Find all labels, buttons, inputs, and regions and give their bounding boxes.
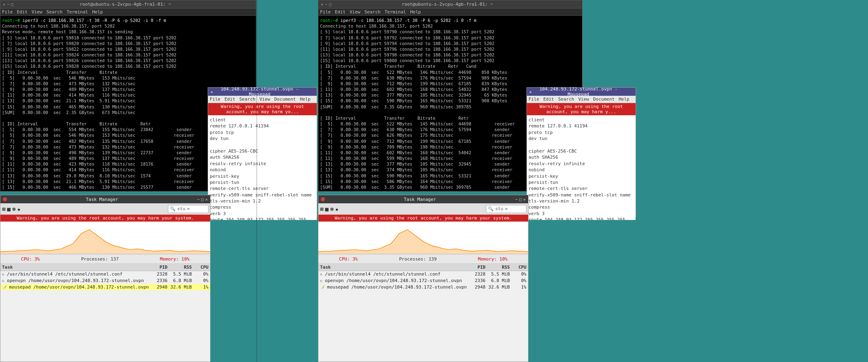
mp-menu-edit-l[interactable]: Edit	[225, 97, 236, 102]
menu-search-r[interactable]: Search	[365, 9, 381, 15]
table-row[interactable]: ⚙ /usr/bin/stunnel4 /etc/stunnel/stunnel…	[318, 271, 528, 278]
col-header-cpu-r: CPU	[512, 265, 526, 270]
mousepad-right[interactable]: ✕ 104.248.93.172-stunnel.ovpn - Mousepad…	[526, 87, 636, 217]
taskman-right[interactable]: Task Manager − □ ✕ ⊞ ▦ ⊕ ★ 🔍 stu ✕ Warni…	[318, 195, 529, 362]
minimize-icon-tm-r[interactable]: −	[515, 197, 518, 202]
taskman-left-search[interactable]: 🔍 stu ✕	[168, 205, 208, 213]
menu-file[interactable]: File	[2, 9, 13, 15]
win-controls-right[interactable]: ✕ − □	[321, 2, 331, 6]
maximize-icon-tm-l[interactable]: □	[201, 197, 204, 202]
taskman-left-statusbar: CPU: 3% Processes: 137 Memory: 10%	[0, 254, 210, 264]
mp-menu-help-l[interactable]: Help	[300, 97, 311, 102]
col-header-cpu-l: CPU	[194, 265, 208, 270]
close-icon[interactable]: ✕	[3, 2, 5, 6]
table-row[interactable]: 📝 mousepad /home/usor/ovpn/104.248.93.17…	[318, 284, 528, 291]
close-icon-tm-l[interactable]: ✕	[205, 197, 208, 202]
table-row[interactable]: ⚙ openvpn /home/usor/ovpn/104.248.93.172…	[318, 278, 528, 284]
mousepad-left[interactable]: ✕ 104.248.93.172-stunnel.ovpn - Mousepad…	[208, 87, 317, 217]
table-row[interactable]: ⚙ /usr/bin/stunnel4 /etc/stunnel/stunnel…	[0, 271, 210, 278]
menu-view-r[interactable]: View	[350, 9, 361, 15]
task-cpu-l-0: 0%	[194, 272, 208, 277]
clear-search-r[interactable]: ✕	[505, 206, 508, 211]
win-controls-left[interactable]: ✕ − □	[3, 2, 13, 6]
mp-menu-search-r[interactable]: Search	[558, 97, 574, 102]
terminal-right-menubar: File Edit View Search Terminal Help	[318, 9, 582, 16]
mp-menu-help-r[interactable]: Help	[619, 97, 630, 102]
menu-terminal-r[interactable]: Terminal	[385, 9, 406, 15]
maximize-icon-tm-r[interactable]: □	[519, 197, 522, 202]
mousepad-left-warning: Warning, you are using the root account,…	[208, 103, 317, 115]
col-header-task-r: Task	[320, 265, 470, 270]
minimize-icon[interactable]: −	[7, 2, 9, 6]
tm-icon-2-r[interactable]: ▦	[325, 206, 328, 212]
tm-icon-4-r[interactable]: ★	[335, 206, 338, 212]
tm-icon-2-l[interactable]: ▦	[7, 206, 10, 212]
search-icon-r: 🔍	[488, 206, 494, 211]
task-rss-l-2: 32.6 MiB	[170, 284, 194, 290]
tm-icon-1-r[interactable]: ⊞	[320, 206, 323, 212]
terminal-left-titlebar: ✕ − □ root@ubuntu-s-2vcpu-4gb-fra1-01: ~	[0, 0, 256, 9]
menu-terminal[interactable]: Terminal	[67, 9, 88, 15]
minimize-icon-tm-l[interactable]: −	[197, 197, 200, 202]
taskman-right-search[interactable]: 🔍 stu ✕	[486, 205, 526, 213]
task-pid-r-0: 2328	[470, 272, 488, 277]
menu-view[interactable]: View	[32, 9, 43, 15]
close-icon-r[interactable]: ✕	[321, 2, 323, 6]
menu-help[interactable]: Help	[92, 9, 103, 15]
mp-menu-document-r[interactable]: Document	[593, 97, 614, 102]
table-row[interactable]: ⚙ openvpn /home/usor/ovpn/104.248.93.172…	[0, 278, 210, 284]
mousepad-right-titlebar: ✕ 104.248.93.172-stunnel.ovpn - Mousepad	[527, 88, 636, 96]
terminal-right-title: root@ubuntu-s-2vcpu-4gb-fra1-01: ~	[331, 2, 563, 7]
search-value-r[interactable]: stu	[495, 206, 503, 211]
task-name-l-1: ⚙ openvpn /home/usor/ovpn/104.248.93.172…	[2, 278, 152, 283]
mousepad-left-menubar: File Edit Search View Document Help	[208, 96, 317, 103]
tm-icon-3-r[interactable]: ⊕	[330, 206, 333, 212]
terminal-right-titlebar: ✕ − □ root@ubuntu-s-2vcpu-4gb-fra1-01: ~	[318, 0, 582, 9]
cpu-status-right: CPU: 3%	[339, 256, 358, 262]
task-name-r-2: 📝 mousepad /home/usor/ovpn/104.248.93.17…	[320, 284, 470, 290]
task-name-l-0: ⚙ /usr/bin/stunnel4 /etc/stunnel/stunnel…	[2, 272, 152, 277]
mp-menu-file-r[interactable]: File	[529, 97, 539, 102]
tm-icon-1-l[interactable]: ⊞	[2, 206, 5, 212]
mp-menu-document-l[interactable]: Document	[274, 97, 296, 102]
col-header-rss-l: RSS	[170, 265, 194, 270]
task-rss-r-0: 5.5 MiB	[488, 272, 512, 277]
task-cpu-l-2: 1%	[194, 284, 208, 290]
menu-search[interactable]: Search	[47, 9, 63, 15]
table-row[interactable]: 📝 mousepad /home/usor/ovpn/104.248.93.17…	[0, 284, 210, 291]
mousepad-right-title: 104.248.93.172-stunnel.ovpn - Mousepad	[532, 86, 625, 97]
taskman-left-toolbar: ⊞ ▦ ⊕ ★ 🔍 stu ✕	[0, 203, 210, 215]
task-pid-l-0: 2328	[152, 272, 170, 277]
search-value-l[interactable]: stu	[177, 206, 185, 211]
processes-status-left: Processes: 137	[81, 256, 119, 262]
taskman-win-controls-left[interactable]: − □ ✕	[197, 197, 208, 202]
taskman-right-table-header: Task PID RSS CPU	[318, 264, 528, 271]
mousepad-right-menubar: File Edit Search View Document Help	[527, 96, 636, 103]
menu-file-r[interactable]: File	[320, 9, 331, 15]
taskman-left-titlebar: Task Manager − □ ✕	[0, 195, 210, 203]
terminal-left-menubar: File Edit View Search Terminal Help	[0, 9, 256, 16]
minimize-icon-r[interactable]: −	[325, 2, 327, 6]
mp-menu-view-r[interactable]: View	[578, 97, 589, 102]
task-name-r-0: ⚙ /usr/bin/stunnel4 /etc/stunnel/stunnel…	[320, 272, 470, 277]
mp-menu-view-l[interactable]: View	[260, 97, 271, 102]
menu-edit-r[interactable]: Edit	[335, 9, 346, 15]
taskman-right-graph	[318, 222, 528, 254]
taskman-left[interactable]: Task Manager − □ ✕ ⊞ ▦ ⊕ ★ 🔍 stu ✕ Warni…	[0, 195, 211, 362]
taskman-win-controls-right[interactable]: − □ ✕	[515, 197, 526, 202]
task-rss-r-2: 32.6 MiB	[488, 284, 512, 290]
mp-menu-search-l[interactable]: Search	[239, 97, 256, 102]
close-icon-tm-r[interactable]: ✕	[523, 197, 526, 202]
clear-search-l[interactable]: ✕	[187, 206, 190, 211]
menu-edit[interactable]: Edit	[17, 9, 28, 15]
taskman-right-titlebar: Task Manager − □ ✕	[318, 195, 528, 203]
tm-icon-3-l[interactable]: ⊕	[12, 206, 15, 212]
mousepad-left-content: client remote 127.0.0.1 41194 proto tcp …	[208, 115, 317, 220]
mp-menu-file-l[interactable]: File	[210, 97, 221, 102]
tm-icon-4-l[interactable]: ★	[17, 206, 20, 212]
taskman-right-statusbar: CPU: 3% Processes: 139 Memory: 10%	[318, 254, 528, 264]
taskman-left-warning: Warning, you are using the root account,…	[0, 215, 210, 222]
menu-help-r[interactable]: Help	[410, 9, 421, 15]
mp-menu-edit-r[interactable]: Edit	[544, 97, 554, 102]
task-rss-l-0: 5.5 MiB	[170, 272, 194, 277]
